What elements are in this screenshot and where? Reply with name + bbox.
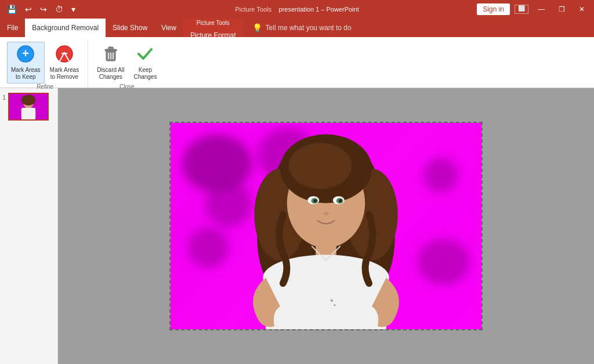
- keep-icon: [136, 45, 154, 65]
- ribbon-commands: + Mark Areasto Keep − Mark Areasto Re: [0, 37, 594, 88]
- svg-point-21: [289, 143, 352, 189]
- svg-text:+: +: [22, 47, 29, 60]
- minimize-button[interactable]: —: [533, 3, 549, 16]
- discard-label: Discard AllChanges: [97, 67, 124, 81]
- save-icon[interactable]: 💾: [5, 3, 19, 15]
- tabs-row: File Background Removal Slide Show View …: [0, 19, 594, 37]
- tabs-container: File Background Removal Slide Show View …: [0, 19, 594, 37]
- mark-areas-keep-button[interactable]: + Mark Areasto Keep: [7, 42, 45, 83]
- context-group-label: Picture Tools: [183, 19, 243, 26]
- svg-point-28: [323, 212, 329, 215]
- title-bar: 💾 ↩ ↪ ⏱ ▾ Picture Tools presentation 1 –…: [0, 0, 594, 19]
- svg-rect-6: [108, 47, 113, 50]
- window-title: Picture Tools presentation 1 – PowerPoin…: [235, 5, 359, 13]
- qat-dropdown-icon[interactable]: ▾: [69, 3, 78, 15]
- quick-access-toolbar: 💾 ↩ ↪ ⏱ ▾: [5, 3, 78, 15]
- svg-point-12: [21, 94, 36, 105]
- context-group-section: Picture Tools Picture Format: [183, 19, 243, 37]
- discard-changes-button[interactable]: Discard AllChanges: [93, 42, 128, 83]
- tab-file[interactable]: File: [0, 19, 25, 37]
- ribbon-group-refine: + Mark Areasto Keep − Mark Areasto Re: [2, 39, 88, 88]
- tell-me-icon: 💡: [252, 23, 262, 32]
- image-background: [171, 123, 481, 329]
- mark-remove-label: Mark Areasto Remove: [50, 67, 79, 81]
- mark-areas-remove-button[interactable]: − Mark Areasto Remove: [46, 42, 84, 83]
- main-canvas[interactable]: [58, 88, 594, 364]
- svg-point-27: [339, 199, 342, 203]
- ribbon-area: File Background Removal Slide Show View …: [0, 19, 594, 88]
- slide-thumbnail-1[interactable]: [8, 93, 49, 121]
- keep-changes-button[interactable]: KeepChanges: [129, 42, 161, 83]
- tell-me-section: 💡 Tell me what you want to do: [243, 19, 594, 37]
- context-group-title: Picture Tools: [235, 6, 271, 13]
- mark-keep-label: Mark Areasto Keep: [11, 67, 41, 81]
- regular-tabs: File Background Removal Slide Show View: [0, 19, 183, 37]
- tab-view[interactable]: View: [154, 19, 183, 37]
- discard-icon: [102, 45, 120, 65]
- redo-icon[interactable]: ↪: [38, 3, 49, 15]
- ribbon-display-options-icon[interactable]: ⬜: [515, 5, 528, 14]
- girl-figure-svg: [171, 123, 481, 329]
- close-button[interactable]: ✕: [574, 3, 589, 16]
- slide-1-wrapper: 1: [2, 93, 55, 121]
- app-body: 1: [0, 88, 594, 364]
- mark-remove-icon: −: [55, 45, 74, 65]
- mark-keep-icon: +: [16, 45, 35, 65]
- svg-point-32: [331, 300, 333, 302]
- keep-changes-label: KeepChanges: [133, 67, 157, 81]
- tab-slide-show[interactable]: Slide Show: [106, 19, 154, 37]
- title-bar-right: Sign in ⬜ — ❐ ✕: [477, 3, 589, 16]
- tell-me-text[interactable]: Tell me what you want to do: [266, 24, 352, 32]
- image-container[interactable]: [169, 122, 483, 330]
- slide-thumb-svg: [9, 93, 48, 121]
- timer-icon[interactable]: ⏱: [53, 3, 66, 15]
- close-buttons: Discard AllChanges KeepChanges: [93, 39, 161, 83]
- slide-panel: 1: [0, 88, 58, 364]
- slide-number-1: 1: [2, 93, 6, 101]
- ribbon-group-close: Discard AllChanges KeepChanges Close: [88, 39, 165, 88]
- undo-icon[interactable]: ↩: [23, 3, 34, 15]
- presentation-title: presentation 1 – PowerPoint: [273, 6, 358, 13]
- sign-in-button[interactable]: Sign in: [477, 3, 510, 15]
- refine-buttons: + Mark Areasto Keep − Mark Areasto Re: [7, 39, 83, 83]
- tab-background-removal[interactable]: Background Removal: [25, 19, 106, 37]
- svg-point-33: [334, 304, 335, 306]
- svg-point-26: [313, 199, 317, 203]
- restore-button[interactable]: ❐: [554, 3, 570, 16]
- svg-rect-13: [21, 108, 36, 120]
